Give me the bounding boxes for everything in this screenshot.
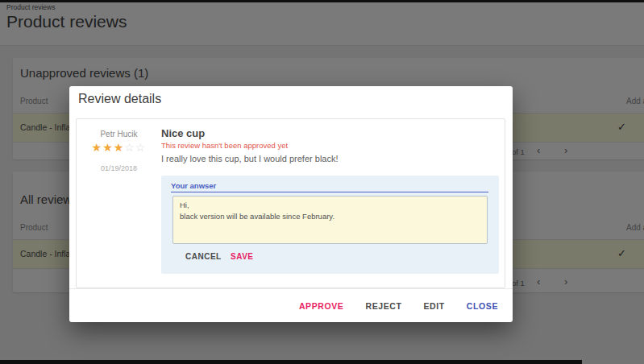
review-title: Nice cup [161, 127, 205, 139]
answer-textarea[interactable]: Hi, black version will be available sinc… [172, 196, 488, 244]
star-rating: ★★★☆☆ [77, 141, 161, 154]
cancel-button[interactable]: CANCEL [185, 252, 222, 261]
letterbox-strip-top [0, 0, 644, 2]
review-body: I really love this cup, but I would pref… [161, 154, 339, 163]
star-filled-icons: ★★★ [92, 141, 125, 154]
screen: Product reviews Product reviews Unapprov… [0, 0, 644, 364]
modal-title: Review details [78, 92, 161, 106]
answer-label: Your anwser [171, 181, 216, 190]
field-underline [171, 192, 488, 192]
close-button[interactable]: CLOSE [467, 301, 498, 311]
approve-button[interactable]: APPROVE [299, 301, 344, 311]
review-date: 01/19/2018 [77, 164, 161, 172]
review-details-modal: Review details Petr Hucik ★★★☆☆ 01/19/20… [69, 86, 513, 322]
review-panel: Petr Hucik ★★★☆☆ 01/19/2018 Nice cup Thi… [76, 118, 505, 288]
answer-panel: Your anwser Hi, black version will be av… [161, 176, 499, 274]
reviewer-name: Petr Hucik [77, 130, 161, 139]
modal-footer: APPROVE REJECT EDIT CLOSE [69, 289, 513, 322]
letterbox-strip-bottom [0, 360, 582, 364]
edit-button[interactable]: EDIT [424, 301, 445, 311]
star-empty-icons: ☆☆ [124, 141, 146, 154]
reject-button[interactable]: REJECT [365, 301, 401, 311]
save-button[interactable]: SAVE [231, 252, 254, 261]
approval-status-note: This review hasn't been approved yet [161, 141, 288, 150]
